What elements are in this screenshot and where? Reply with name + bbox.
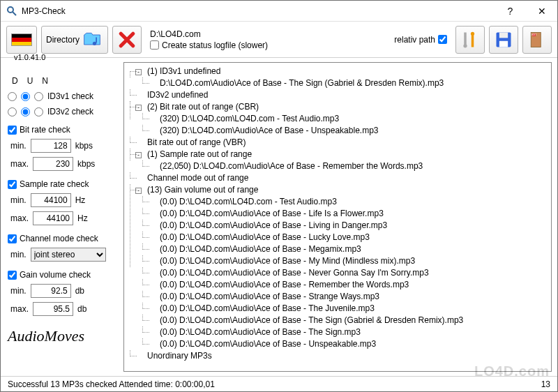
tree-node[interactable]: Channel mode out of range (126, 172, 550, 184)
samplerate-max-label: max. (10, 213, 29, 223)
logfile-checkbox-row[interactable]: Create status logfile (slower) (150, 40, 390, 50)
floppy-icon (494, 30, 513, 50)
status-count: 13 (541, 379, 550, 389)
delete-x-icon (117, 30, 137, 50)
help-button[interactable]: ? (495, 1, 526, 21)
toolbar: Directory D:\LO4D.com Create status logf… (1, 22, 557, 58)
tree-leaf[interactable]: (320) D:\LO4D.com\LO4D.com - Test Audio.… (138, 113, 550, 125)
channel-label: Channel mode check (20, 234, 98, 243)
tree-leaf[interactable]: (0.0) D:\LO4D.com\LO4D.com - Test Audio.… (138, 196, 550, 208)
svg-point-5 (463, 44, 467, 47)
id3v1-n[interactable] (34, 92, 43, 101)
gain-checkbox[interactable] (8, 271, 17, 280)
settings-button[interactable] (455, 26, 485, 54)
logfile-checkbox[interactable] (150, 40, 159, 50)
id3v2-label: ID3v2 check (47, 107, 93, 116)
samplerate-max-input[interactable] (33, 211, 73, 225)
tools-icon (460, 30, 480, 50)
language-button[interactable] (6, 26, 37, 54)
results-tree[interactable]: -(1) ID3v1 undefined D:\LO4D.com\Audio\A… (123, 62, 552, 372)
id3v1-u[interactable] (21, 92, 30, 101)
radio-header: D U N (12, 76, 118, 86)
tree-leaf[interactable]: (0.0) D:\LO4D.com\Audio\Ace of Base - St… (138, 291, 550, 303)
id3v2-n[interactable] (34, 107, 43, 116)
svg-line-1 (13, 12, 16, 15)
relpath-checkbox-row[interactable]: relativ path (394, 35, 447, 45)
tree-node[interactable]: Unordinary MP3s (126, 350, 550, 362)
svg-text:EXIT: EXIT (531, 33, 536, 36)
save-button[interactable] (489, 26, 518, 54)
id3v2-u[interactable] (21, 107, 30, 116)
tree-leaf[interactable]: (0.0) D:\LO4D.com\Audio\Ace of Base - Th… (138, 326, 550, 338)
tree-leaf[interactable]: (0.0) D:\LO4D.com\Audio\Ace of Base - Li… (138, 208, 550, 220)
hdr-n: N (42, 76, 48, 86)
collapse-icon[interactable]: - (135, 105, 142, 111)
bitrate-label: Bit rate check (20, 125, 70, 135)
tree-leaf[interactable]: (0.0) D:\LO4D.com\Audio\Ace of Base - Re… (138, 279, 550, 291)
tree-node[interactable]: -(1) ID3v1 undefined D:\LO4D.com\Audio\A… (126, 66, 550, 89)
samplerate-min-unit: Hz (75, 195, 86, 205)
samplerate-min-input[interactable] (31, 193, 71, 207)
gain-max-input[interactable] (33, 302, 73, 316)
flag-germany-icon (11, 33, 32, 46)
close-button[interactable]: ✕ (526, 1, 557, 21)
tree-leaf[interactable]: (0.0) D:\LO4D.com\Audio\Ace of Base - Li… (138, 220, 550, 232)
collapse-icon[interactable]: - (135, 152, 142, 158)
relpath-checkbox[interactable] (438, 35, 447, 44)
bitrate-min-unit: kbps (75, 141, 93, 151)
id3v1-label: ID3v1 check (47, 91, 93, 101)
tree-leaf[interactable]: D:\LO4D.com\Audio\Ace of Base - The Sign… (138, 77, 550, 89)
bitrate-max-label: max. (10, 159, 29, 169)
delete-button[interactable] (112, 26, 142, 54)
tree-node[interactable]: Bit rate out of range (VBR) (126, 137, 550, 149)
id3v1-d[interactable] (8, 92, 17, 101)
window-title: MP3-Check (22, 6, 495, 16)
id3v2-d[interactable] (8, 107, 17, 116)
collapse-icon[interactable]: - (135, 188, 142, 194)
svg-point-7 (471, 31, 474, 35)
bitrate-min-label: min. (10, 141, 27, 151)
version-label: v1.0.41.0 (14, 53, 45, 61)
gain-min-label: min. (10, 286, 27, 296)
tree-leaf[interactable]: (0.0) D:\LO4D.com\Audio\Ace of Base - Un… (138, 338, 550, 350)
samplerate-checkbox[interactable] (8, 180, 17, 189)
tree-leaf[interactable]: (0.0) D:\LO4D.com\Audio\Ace of Base - My… (138, 255, 550, 267)
tree-leaf[interactable]: (320) D:\LO4D.com\Audio\Ace of Base - Un… (138, 125, 550, 137)
bitrate-checkbox[interactable] (8, 126, 17, 135)
channel-select[interactable]: joint stereo (31, 248, 106, 262)
tree-node[interactable]: ID3v2 undefined (126, 89, 550, 101)
samplerate-label: Sample rate check (20, 179, 89, 189)
directory-button[interactable]: Directory (41, 26, 108, 54)
tree-node[interactable]: -(2) Bit rate out of range (CBR) (320) D… (126, 101, 550, 137)
bitrate-max-input[interactable] (33, 157, 73, 171)
gain-min-unit: db (75, 286, 84, 296)
tree-leaf[interactable]: (0.0) D:\LO4D.com\Audio\Ace of Base - Lu… (138, 232, 550, 243)
gain-max-label: max. (10, 304, 29, 314)
samplerate-max-unit: Hz (77, 213, 88, 223)
watermark: LO4D.com (474, 363, 550, 379)
tree-leaf[interactable]: (0.0) D:\LO4D.com\Audio\Ace of Base - Ne… (138, 267, 550, 279)
sidebar: D U N ID3v1 check ID3v2 check (1, 58, 123, 376)
channel-check-row[interactable]: Channel mode check (8, 234, 118, 243)
tree-leaf[interactable]: (0.0) D:\LO4D.com\Audio\Ace of Base - Th… (138, 303, 550, 315)
tree-node[interactable]: -(13) Gain volume out of range (0.0) D:\… (126, 184, 550, 350)
bitrate-check-row[interactable]: Bit rate check (8, 125, 118, 135)
tree-leaf[interactable]: (22,050) D:\LO4D.com\Audio\Ace of Base -… (138, 160, 550, 172)
gain-check-row[interactable]: Gain volume check (8, 270, 118, 280)
exit-button[interactable]: EXIT (522, 26, 552, 54)
collapse-icon[interactable]: - (135, 69, 142, 75)
app-icon (6, 6, 17, 17)
gain-label: Gain volume check (20, 270, 91, 280)
relpath-label: relativ path (394, 35, 435, 45)
bitrate-min-input[interactable] (31, 139, 71, 153)
gain-min-input[interactable] (31, 284, 71, 298)
tree-node[interactable]: -(1) Sample rate out of range (22,050) D… (126, 149, 550, 172)
svg-rect-3 (96, 37, 97, 43)
tree-leaf[interactable]: (0.0) D:\LO4D.com\Audio\Ace of Base - Th… (138, 315, 550, 326)
logfile-label: Create status logfile (slower) (162, 40, 268, 50)
channel-checkbox[interactable] (8, 234, 17, 243)
tree-leaf[interactable]: (0.0) D:\LO4D.com\Audio\Ace of Base - Me… (138, 243, 550, 255)
bitrate-max-unit: kbps (77, 159, 95, 169)
samplerate-check-row[interactable]: Sample rate check (8, 179, 118, 189)
svg-rect-4 (464, 32, 467, 45)
